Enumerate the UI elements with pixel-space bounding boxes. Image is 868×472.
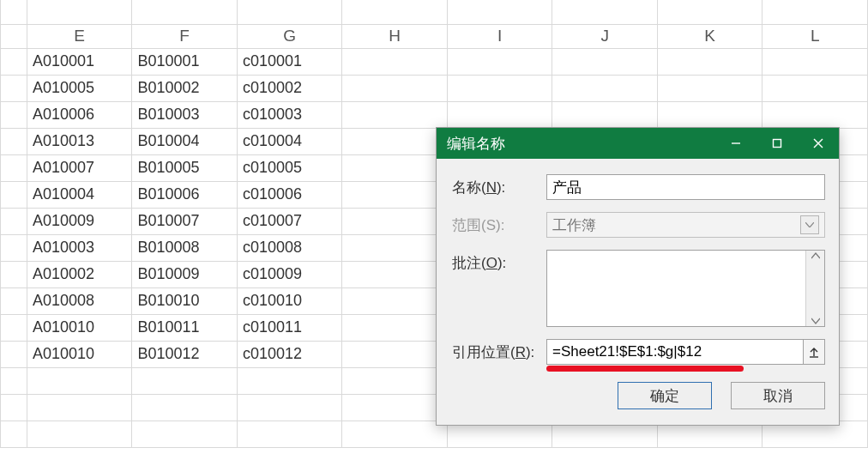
dialog-titlebar[interactable]: 编辑名称 — [437, 128, 839, 159]
cell[interactable]: B010002 — [132, 75, 238, 101]
dialog-title: 编辑名称 — [447, 134, 715, 154]
maximize-button[interactable] — [756, 128, 798, 159]
col-header[interactable]: L — [763, 24, 868, 48]
collapse-dialog-icon — [808, 346, 820, 358]
reference-label: 引用位置(R): — [452, 339, 546, 362]
cell[interactable]: B010003 — [132, 101, 238, 128]
cell[interactable]: c010010 — [237, 287, 342, 314]
cell[interactable]: c010002 — [237, 75, 342, 101]
cell[interactable]: A010008 — [27, 287, 132, 314]
name-input[interactable] — [546, 174, 825, 200]
cell[interactable]: A010013 — [27, 128, 132, 154]
svg-rect-1 — [774, 140, 781, 148]
cancel-button[interactable]: 取消 — [731, 382, 825, 409]
col-header[interactable]: H — [342, 24, 448, 48]
chevron-down-icon — [800, 215, 819, 234]
scope-value: 工作簿 — [552, 215, 596, 235]
cell[interactable]: A010004 — [27, 181, 132, 208]
cell[interactable]: B010010 — [132, 287, 238, 314]
scroll-down-icon — [811, 318, 820, 324]
cell[interactable]: c010011 — [237, 314, 342, 341]
range-picker-button[interactable] — [803, 339, 825, 365]
scrollbar[interactable] — [805, 251, 824, 326]
cell[interactable]: B010006 — [132, 181, 238, 208]
col-header[interactable]: E — [27, 24, 132, 48]
cell[interactable]: A010003 — [27, 234, 132, 261]
cell[interactable]: B010004 — [132, 128, 238, 154]
cell[interactable]: c010007 — [237, 208, 342, 234]
comment-textarea[interactable] — [546, 250, 825, 327]
scroll-up-icon — [811, 252, 820, 259]
cell[interactable]: B010001 — [132, 48, 238, 75]
edit-name-dialog: 编辑名称 名称(N): 范围(S): 工作簿 — [436, 127, 840, 426]
cell[interactable]: B010009 — [132, 261, 238, 287]
col-header[interactable]: G — [237, 24, 342, 48]
scope-select: 工作簿 — [546, 212, 825, 238]
ok-button[interactable]: 确定 — [618, 382, 712, 409]
cell[interactable]: c010006 — [237, 181, 342, 208]
cell[interactable]: A010005 — [27, 75, 132, 101]
cell[interactable]: B010007 — [132, 208, 238, 234]
close-button[interactable] — [798, 128, 839, 159]
close-icon — [812, 137, 824, 149]
col-header[interactable]: J — [552, 24, 658, 48]
cell[interactable]: c010001 — [237, 48, 342, 75]
name-label: 名称(N): — [452, 174, 546, 197]
cell[interactable]: A010006 — [27, 101, 132, 128]
col-header[interactable]: I — [447, 24, 552, 48]
table-row[interactable]: A010001B010001c010001 — [1, 48, 868, 75]
minimize-icon — [730, 137, 742, 149]
col-header[interactable]: K — [657, 24, 763, 48]
comment-label: 批注(O): — [452, 250, 546, 273]
cell[interactable]: c010004 — [237, 128, 342, 154]
cell[interactable]: c010009 — [237, 261, 342, 287]
highlight-underline — [546, 366, 744, 372]
cell[interactable]: c010012 — [237, 341, 342, 367]
minimize-button[interactable] — [715, 128, 756, 159]
cell[interactable]: c010008 — [237, 234, 342, 261]
maximize-icon — [771, 137, 783, 149]
cell[interactable]: c010003 — [237, 101, 342, 128]
cell[interactable]: A010009 — [27, 208, 132, 234]
scope-label: 范围(S): — [452, 212, 546, 235]
reference-input[interactable] — [546, 339, 804, 365]
cell[interactable]: A010002 — [27, 261, 132, 287]
cell[interactable]: B010005 — [132, 154, 238, 181]
table-row[interactable]: A010006B010003c010003 — [1, 101, 868, 128]
cell[interactable]: A010010 — [27, 341, 132, 367]
cell[interactable]: B010008 — [132, 234, 238, 261]
column-header-row[interactable]: E F G H I J K L — [1, 24, 868, 48]
table-row[interactable]: A010005B010002c010002 — [1, 75, 868, 101]
cell[interactable]: A010001 — [27, 48, 132, 75]
cell[interactable]: B010011 — [132, 314, 238, 341]
cell[interactable]: A010010 — [27, 314, 132, 341]
col-header[interactable]: F — [132, 24, 238, 48]
cell[interactable]: B010012 — [132, 341, 238, 367]
cell[interactable]: A010007 — [27, 154, 132, 181]
cell[interactable]: c010005 — [237, 154, 342, 181]
